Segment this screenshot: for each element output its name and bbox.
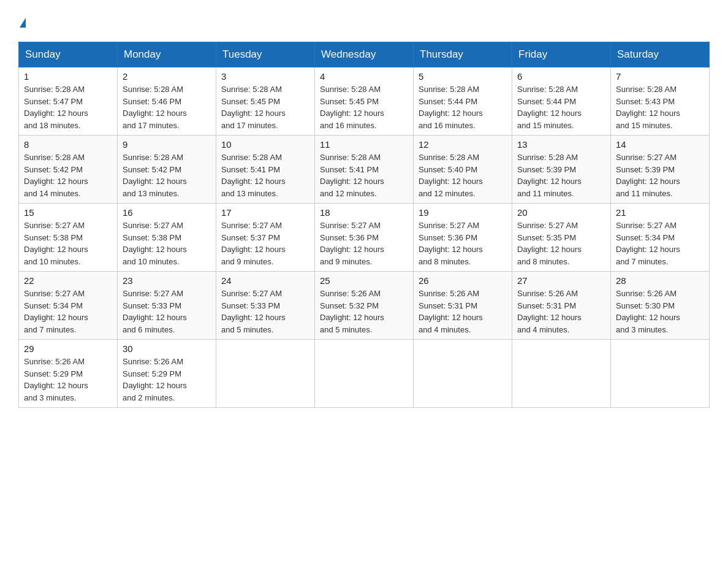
calendar-cell: 20Sunrise: 5:27 AMSunset: 5:35 PMDayligh… [512,204,611,272]
daylight-text: Daylight: 12 hours [517,313,582,322]
col-header-thursday: Thursday [414,42,512,67]
daylight-text: Daylight: 12 hours [123,313,187,322]
sunrise-text: Sunrise: 5:28 AM [24,153,85,162]
col-header-wednesday: Wednesday [315,42,414,67]
daylight-minutes-text: and 18 minutes. [24,121,81,130]
day-number: 28 [616,275,704,286]
calendar-cell: 13Sunrise: 5:28 AMSunset: 5:39 PMDayligh… [512,136,611,204]
daylight-text: Daylight: 12 hours [616,177,680,186]
calendar-cell [611,340,710,408]
day-number: 10 [221,139,309,150]
daylight-minutes-text: and 13 minutes. [221,189,278,198]
sunrise-text: Sunrise: 5:27 AM [419,221,479,230]
sunrise-text: Sunrise: 5:28 AM [320,85,381,94]
daylight-minutes-text: and 11 minutes. [616,189,673,198]
sunset-text: Sunset: 5:34 PM [616,233,675,242]
daylight-text: Daylight: 12 hours [517,109,582,118]
sunset-text: Sunset: 5:42 PM [24,165,83,174]
day-number: 8 [24,139,112,150]
sunrise-text: Sunrise: 5:28 AM [517,85,578,94]
daylight-minutes-text: and 15 minutes. [616,121,673,130]
col-header-sunday: Sunday [19,42,118,67]
day-number: 29 [24,343,112,354]
daylight-minutes-text: and 17 minutes. [123,121,180,130]
calendar-cell: 27Sunrise: 5:26 AMSunset: 5:31 PMDayligh… [512,272,611,340]
daylight-text: Daylight: 12 hours [419,109,483,118]
day-number: 17 [221,207,309,218]
col-header-monday: Monday [118,42,216,67]
calendar-cell: 3Sunrise: 5:28 AMSunset: 5:45 PMDaylight… [216,67,315,136]
sunset-text: Sunset: 5:45 PM [221,97,280,106]
daylight-text: Daylight: 12 hours [320,245,384,254]
sunset-text: Sunset: 5:41 PM [320,165,379,174]
calendar-cell [414,340,512,408]
sunrise-text: Sunrise: 5:28 AM [320,153,381,162]
sunset-text: Sunset: 5:45 PM [320,97,379,106]
day-number: 30 [123,343,211,354]
sunset-text: Sunset: 5:29 PM [24,369,83,378]
day-info: Sunrise: 5:28 AMSunset: 5:46 PMDaylight:… [123,83,211,131]
day-number: 13 [517,139,605,150]
daylight-text: Daylight: 12 hours [24,177,88,186]
sunrise-text: Sunrise: 5:26 AM [616,289,677,298]
logo-triangle-icon [20,18,26,28]
daylight-text: Daylight: 12 hours [616,313,680,322]
daylight-minutes-text: and 12 minutes. [419,189,476,198]
day-number: 2 [123,71,211,82]
daylight-minutes-text: and 6 minutes. [123,325,175,334]
calendar-cell: 29Sunrise: 5:26 AMSunset: 5:29 PMDayligh… [19,340,118,408]
daylight-text: Daylight: 12 hours [616,109,680,118]
calendar-cell: 22Sunrise: 5:27 AMSunset: 5:34 PMDayligh… [19,272,118,340]
day-info: Sunrise: 5:28 AMSunset: 5:41 PMDaylight:… [221,151,309,199]
sunrise-text: Sunrise: 5:27 AM [616,153,677,162]
daylight-minutes-text: and 14 minutes. [24,189,81,198]
day-info: Sunrise: 5:27 AMSunset: 5:34 PMDaylight:… [616,220,704,267]
sunrise-text: Sunrise: 5:28 AM [221,85,282,94]
daylight-text: Daylight: 12 hours [221,109,286,118]
day-number: 7 [616,71,704,82]
week-row-4: 22Sunrise: 5:27 AMSunset: 5:34 PMDayligh… [19,272,710,340]
sunrise-text: Sunrise: 5:28 AM [517,153,578,162]
calendar-cell: 15Sunrise: 5:27 AMSunset: 5:38 PMDayligh… [19,204,118,272]
calendar-cell [512,340,611,408]
sunset-text: Sunset: 5:40 PM [419,165,477,174]
sunrise-text: Sunrise: 5:26 AM [517,289,578,298]
logo-text [18,12,26,29]
calendar-header-row: SundayMondayTuesdayWednesdayThursdayFrid… [19,42,710,67]
daylight-minutes-text: and 17 minutes. [221,121,278,130]
daylight-text: Daylight: 12 hours [320,177,384,186]
sunrise-text: Sunrise: 5:27 AM [24,221,85,230]
daylight-minutes-text: and 10 minutes. [24,257,81,266]
daylight-text: Daylight: 12 hours [24,109,88,118]
sunrise-text: Sunrise: 5:27 AM [123,221,183,230]
calendar-cell: 9Sunrise: 5:28 AMSunset: 5:42 PMDaylight… [118,136,216,204]
day-info: Sunrise: 5:27 AMSunset: 5:33 PMDaylight:… [221,288,309,335]
sunset-text: Sunset: 5:38 PM [123,233,181,242]
day-number: 15 [24,207,112,218]
sunrise-text: Sunrise: 5:27 AM [320,221,381,230]
sunrise-text: Sunrise: 5:28 AM [221,153,282,162]
sunset-text: Sunset: 5:30 PM [616,301,675,310]
calendar-cell: 16Sunrise: 5:27 AMSunset: 5:38 PMDayligh… [118,204,216,272]
calendar-cell: 26Sunrise: 5:26 AMSunset: 5:31 PMDayligh… [414,272,512,340]
day-info: Sunrise: 5:27 AMSunset: 5:39 PMDaylight:… [616,151,704,199]
daylight-minutes-text: and 4 minutes. [419,325,471,334]
daylight-minutes-text: and 7 minutes. [24,325,76,334]
calendar-cell: 30Sunrise: 5:26 AMSunset: 5:29 PMDayligh… [118,340,216,408]
sunrise-text: Sunrise: 5:28 AM [419,153,479,162]
col-header-saturday: Saturday [611,42,710,67]
calendar-cell: 5Sunrise: 5:28 AMSunset: 5:44 PMDaylight… [414,67,512,136]
day-info: Sunrise: 5:27 AMSunset: 5:37 PMDaylight:… [221,220,309,267]
daylight-text: Daylight: 12 hours [221,245,286,254]
sunrise-text: Sunrise: 5:28 AM [123,85,183,94]
sunrise-text: Sunrise: 5:26 AM [123,357,183,366]
day-number: 18 [320,207,408,218]
daylight-minutes-text: and 3 minutes. [616,325,668,334]
sunset-text: Sunset: 5:29 PM [123,369,181,378]
sunset-text: Sunset: 5:46 PM [123,97,181,106]
day-number: 6 [517,71,605,82]
day-number: 19 [419,207,507,218]
daylight-minutes-text: and 2 minutes. [123,393,175,402]
daylight-minutes-text: and 5 minutes. [320,325,372,334]
sunset-text: Sunset: 5:42 PM [123,165,181,174]
